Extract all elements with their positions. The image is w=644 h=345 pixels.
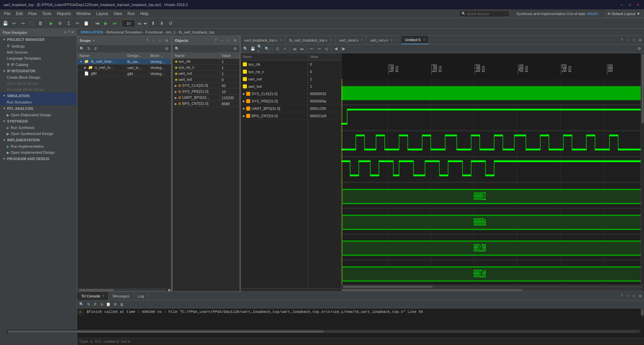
- obj-row-bpscnt[interactable]: ▶⊞BPS_CNT[31:0] 8680: [173, 101, 239, 107]
- nav-open-synthesized-design[interactable]: ▶ Open Synthesized Design: [0, 131, 77, 137]
- tcl-clear-btn[interactable]: 🗑: [119, 301, 125, 307]
- menu-edit[interactable]: Edit: [13, 11, 25, 17]
- flow-nav-help-icon[interactable]: ?: [68, 30, 70, 34]
- menu-tools[interactable]: Tools: [39, 11, 54, 17]
- scope-close-button[interactable]: ×: [93, 39, 95, 43]
- tcl-sort-btn[interactable]: ⇵: [92, 301, 98, 307]
- restart-button[interactable]: ⏮: [93, 19, 101, 27]
- menu-layout[interactable]: Layout: [93, 11, 111, 17]
- ip-integrator-header[interactable]: ▼ IP INTEGRATOR: [0, 68, 77, 74]
- scope-help-icon[interactable]: ?: [145, 38, 150, 43]
- nav-run-simulation[interactable]: Run Simulation: [0, 99, 77, 105]
- wf-name-sysclkbus[interactable]: ▶ SYS_CLK[31:0]: [241, 90, 308, 97]
- quick-access-input[interactable]: [467, 12, 507, 16]
- objects-minimize-icon[interactable]: ─: [219, 38, 225, 43]
- tcl-maximize-icon[interactable]: □: [631, 293, 637, 299]
- objects-help-icon[interactable]: ?: [213, 38, 218, 43]
- tab-tb-uart-loopback[interactable]: tb_uart_loopback_top.v ×: [286, 36, 336, 44]
- wf-zoom-in-icon[interactable]: 🔍+: [257, 46, 264, 52]
- cut-button[interactable]: ✂: [73, 19, 82, 27]
- obj-row-uartrxd[interactable]: ◈uart_rxd 1: [173, 71, 239, 77]
- tcl-minimize-icon[interactable]: ─: [625, 293, 631, 299]
- wf-marker-next-icon[interactable]: |▶: [340, 46, 347, 52]
- pause-button[interactable]: ⏸: [158, 19, 166, 27]
- scope-sort-icon[interactable]: ⇵: [92, 46, 98, 52]
- wf-name-sysrst[interactable]: sys_rst_n: [241, 68, 308, 75]
- step-button[interactable]: ▶: [102, 19, 110, 27]
- wf-fit-icon[interactable]: ⊡: [274, 46, 281, 52]
- minimize-button[interactable]: ─: [619, 2, 625, 7]
- nav-open-implemented-design[interactable]: ▶ Open Implemented Design: [0, 149, 77, 155]
- objects-search-icon[interactable]: 🔍: [174, 46, 180, 52]
- tab-uart-send[interactable]: uart_send.v ×: [336, 36, 367, 44]
- step-over-button[interactable]: ⏭: [111, 19, 119, 27]
- tcl-command-input[interactable]: [78, 339, 643, 344]
- wave-float-icon[interactable]: ⧉: [637, 38, 643, 43]
- wave-hscrollbar[interactable]: [341, 285, 644, 288]
- tab-untitled6[interactable]: Untitled 6 ×: [401, 36, 429, 44]
- wf-name-sysclk[interactable]: sys_clk: [241, 61, 308, 68]
- obj-row-sysclk[interactable]: ◈sys_clk 1: [173, 59, 239, 65]
- wf-name-uarttxd[interactable]: uart_txd: [241, 83, 308, 90]
- wf-name-bpscnt[interactable]: ▶ BPS_CNT[31:0]: [241, 112, 308, 120]
- tab-uart-loopback-top-close[interactable]: ×: [280, 38, 282, 42]
- wf-name-syspre[interactable]: ▶ SYS_PRE[31:0]: [241, 97, 308, 105]
- wave-minimize-icon[interactable]: ─: [625, 38, 631, 43]
- obj-row-uarttxd[interactable]: ◈uart_txd 0: [173, 77, 239, 83]
- wf-name-uartbps[interactable]: ▶ UART_BPS[31:0]: [241, 105, 308, 112]
- close-button[interactable]: ✕: [635, 2, 641, 7]
- menu-run[interactable]: Run: [125, 11, 138, 17]
- save-button[interactable]: 💾: [1, 19, 9, 27]
- wave-content-hscroll[interactable]: [241, 288, 644, 291]
- tcl-search-btn[interactable]: 🔍: [78, 301, 85, 307]
- scope-row-glbl[interactable]: 📄 glbl glbl Verilog...: [77, 71, 171, 77]
- flow-nav-pin-icon[interactable]: ≡: [64, 30, 66, 34]
- wf-settings-icon[interactable]: ⚙: [636, 46, 643, 52]
- scope-row-u-uart[interactable]: ▶ 📁 u_uart_lo... uart_lo... Verilog...: [77, 65, 171, 71]
- nav-run-implementation[interactable]: ▶ Run Implementation: [0, 143, 77, 149]
- implementation-header[interactable]: ▼ IMPLEMENTATION: [0, 137, 77, 143]
- tcl-help-icon[interactable]: ?: [619, 293, 625, 299]
- nav-add-sources[interactable]: Add Sources: [0, 49, 77, 55]
- scope-hscroll[interactable]: ▶: [77, 288, 171, 291]
- scope-maximize-icon[interactable]: □: [157, 38, 163, 43]
- tcl-vscrollbar[interactable]: [641, 308, 644, 316]
- scope-settings-icon[interactable]: ⚙: [164, 46, 170, 52]
- wave-help-icon[interactable]: ?: [619, 38, 625, 43]
- tab-uart-send-close[interactable]: ×: [361, 38, 363, 42]
- tcl-console-tab-close[interactable]: ×: [102, 294, 104, 298]
- scope-float-icon[interactable]: ⧉: [164, 38, 169, 43]
- nav-create-block-design[interactable]: Create Block Design: [0, 74, 77, 80]
- tcl-pause-btn[interactable]: ⏸: [99, 301, 105, 307]
- tcl-filter-btn[interactable]: ⇅: [85, 301, 91, 307]
- wf-search-icon[interactable]: 🔍: [242, 46, 249, 52]
- wf-marker-prev-icon[interactable]: ◀|: [333, 46, 339, 52]
- nav-ip-catalog[interactable]: ⊕ IP Catalog: [0, 61, 77, 68]
- wf-add-marker-icon[interactable]: +|: [323, 46, 330, 52]
- run-button[interactable]: ▶: [47, 19, 55, 27]
- quick-access-search[interactable]: 🔍: [459, 10, 509, 17]
- scope-filter-icon[interactable]: ⇅: [86, 46, 92, 52]
- rtl-analysis-header[interactable]: ▼ RTL ANALYSIS: [0, 105, 77, 112]
- obj-row-uartbps[interactable]: ▶⊞UART_BPS[31... 115200: [173, 95, 239, 101]
- menu-reports[interactable]: Reports: [54, 11, 73, 17]
- obj-row-sysrst[interactable]: ◈sys_rst_n 1: [173, 65, 239, 71]
- copy-button[interactable]: 📋: [82, 19, 90, 27]
- objects-settings-icon[interactable]: ⚙: [232, 46, 238, 52]
- wf-zoom-out-icon[interactable]: 🔍-: [264, 46, 271, 52]
- simulation-header[interactable]: ▼ SIMULATION: [0, 92, 77, 99]
- run-all-button[interactable]: ⬆: [149, 19, 157, 27]
- program-debug-header[interactable]: ▼ PROGRAM AND DEBUG: [0, 155, 77, 162]
- redo-button[interactable]: ↪: [19, 19, 27, 27]
- settings-button[interactable]: ⚙: [56, 19, 64, 27]
- objects-maximize-icon[interactable]: □: [226, 38, 231, 43]
- wf-name-uartrxd[interactable]: uart_rxd: [241, 75, 308, 83]
- time-value-input[interactable]: 10: [122, 20, 135, 27]
- wf-cursor-icon[interactable]: ⌖: [281, 46, 288, 52]
- layout-selector[interactable]: ⊞ Default Layout ▼: [605, 10, 643, 18]
- wave-vscrollbar[interactable]: [641, 53, 644, 285]
- details-link[interactable]: details: [587, 11, 598, 16]
- obj-row-syspre[interactable]: ▶⊞SYS_PRE[31:0] 10: [173, 89, 239, 95]
- tcl-grid-btn[interactable]: ⊞: [112, 301, 118, 307]
- menu-file[interactable]: File: [1, 11, 13, 17]
